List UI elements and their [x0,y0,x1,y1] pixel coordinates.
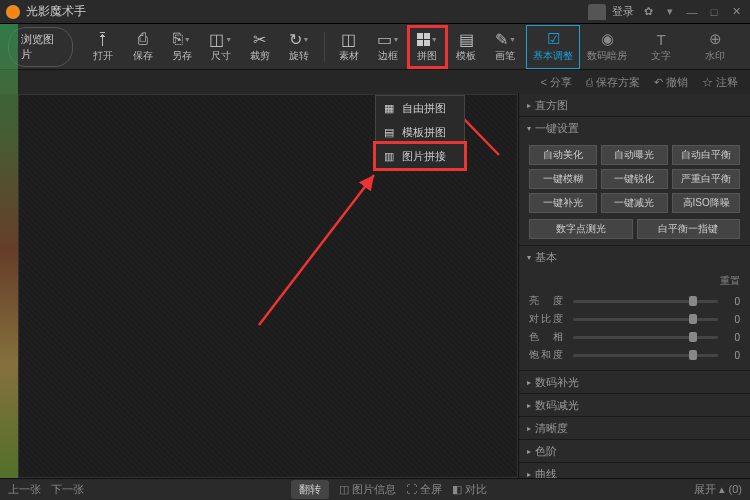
tool-crop[interactable]: ✂裁剪 [241,27,278,67]
contrast-slider[interactable] [573,318,718,321]
fullscreen-button[interactable]: ⛶ 全屏 [406,482,442,497]
tool-saveas[interactable]: ⎘▼另存 [163,27,200,67]
tool-brush[interactable]: ✎▼画笔 [487,27,524,67]
chevron-right-icon: ▸ [527,101,531,110]
chevron-right-icon: ▸ [527,447,531,456]
template-icon: ▤ [459,30,474,48]
section-basic[interactable]: ▾基本 [519,246,750,268]
save-scheme-button[interactable]: ⎙ 保存方案 [586,75,640,90]
section-reduce-light[interactable]: ▸数码减光 [519,394,750,416]
preset-wb-picker[interactable]: 白平衡一指键 [637,219,741,239]
preset-iso-nr[interactable]: 高ISO降噪 [672,193,740,213]
collage-icon: ▼ [417,30,438,48]
preset-grid: 自动美化 自动曝光 自动白平衡 一键模糊 一键锐化 严重白平衡 一键补光 一键减… [529,145,740,213]
hue-slider[interactable] [573,336,718,339]
svg-line-1 [259,175,374,325]
dropdown-free-collage[interactable]: ▦自由拼图 [376,96,464,120]
section-histogram[interactable]: ▸直方图 [519,94,750,116]
side-panel: ▸直方图 ▾一键设置 自动美化 自动曝光 自动白平衡 一键模糊 一键锐化 严重白… [518,94,750,478]
collage-dropdown: ▦自由拼图 ▤模板拼图 ▥图片拼接 [375,95,465,169]
minimize-icon[interactable]: — [684,4,700,20]
tab-darkroom[interactable]: ◉数码暗房 [580,25,634,69]
brightness-slider[interactable] [573,300,718,303]
dropdown-image-stitch[interactable]: ▥图片拼接 [376,144,464,168]
chevron-down-icon: ▾ [527,253,531,262]
free-collage-icon: ▦ [384,102,396,114]
login-link[interactable]: 登录 [612,4,634,19]
tab-watermark[interactable]: ⊕水印 [688,25,742,69]
preset-heavy-wb[interactable]: 严重白平衡 [672,169,740,189]
text-icon: T [656,31,665,48]
preset-blur[interactable]: 一键模糊 [529,169,597,189]
section-levels[interactable]: ▸色阶 [519,440,750,462]
tool-collage[interactable]: ▼拼图 [409,27,446,67]
tool-open[interactable]: ⭱打开 [85,27,122,67]
toolbar-separator [324,32,325,62]
skin-icon[interactable]: ✿ [640,4,656,20]
right-tabs: ☑基本调整 ◉数码暗房 T文字 ⊕水印 [526,25,742,69]
thumbnail-strip[interactable] [0,24,18,478]
prev-image-button[interactable]: 上一张 [8,482,41,497]
titlebar: 光影魔术手 登录 ✿ ▾ — □ ✕ [0,0,750,24]
section-fill-light[interactable]: ▸数码补光 [519,371,750,393]
tool-size[interactable]: ◫▼尺寸 [202,27,239,67]
preset-reduce-light[interactable]: 一键减光 [601,193,669,213]
stitch-icon: ▥ [384,150,396,162]
slider-hue: 色 相0 [529,328,740,346]
preset-auto-wb[interactable]: 自动白平衡 [672,145,740,165]
open-icon: ⭱ [95,30,111,48]
tool-save[interactable]: ⎙保存 [124,27,161,67]
main-toolbar: 浏览图片 ⭱打开 ⎙保存 ⎘▼另存 ◫▼尺寸 ✂裁剪 ↻▼旋转 ◫素材 ▭▼边框… [0,24,750,70]
camera-icon: ◉ [601,30,614,48]
saturation-slider[interactable] [573,354,718,357]
section-clarity[interactable]: ▸清晰度 [519,417,750,439]
statusbar: 上一张 下一张 翻转 ◫ 图片信息 ⛶ 全屏 ◧ 对比 展开 ▴ (0) [0,478,750,500]
template-collage-icon: ▤ [384,126,396,138]
tool-rotate[interactable]: ↻▼旋转 [280,27,317,67]
chevron-down-icon: ▾ [527,124,531,133]
adjust-icon: ☑ [547,30,560,48]
preset-sharpen[interactable]: 一键锐化 [601,169,669,189]
chevron-right-icon: ▸ [527,424,531,433]
undo-button[interactable]: ↶ 撤销 [654,75,688,90]
slider-brightness: 亮 度0 [529,292,740,310]
second-toolbar: < 分享 ⎙ 保存方案 ↶ 撤销 ☆ 注释 [0,70,750,94]
flip-button[interactable]: 翻转 [291,480,329,499]
border-icon: ▭▼ [377,30,400,48]
section-oneclick[interactable]: ▾一键设置 [519,117,750,139]
menu-icon[interactable]: ▾ [662,4,678,20]
save-icon: ⎙ [138,30,148,48]
section-curves[interactable]: ▸曲线 [519,463,750,478]
maximize-icon[interactable]: □ [706,4,722,20]
chevron-right-icon: ▸ [527,378,531,387]
tab-text[interactable]: T文字 [634,25,688,69]
preset-auto-beautify[interactable]: 自动美化 [529,145,597,165]
user-icon[interactable] [588,4,606,20]
size-icon: ◫▼ [209,30,232,48]
expand-button[interactable]: 展开 ▴ (0) [694,482,742,497]
preset-fill-light[interactable]: 一键补光 [529,193,597,213]
preset-spot-meter[interactable]: 数字点测光 [529,219,633,239]
crop-icon: ✂ [253,30,266,48]
comment-button[interactable]: ☆ 注释 [702,75,738,90]
image-info-button[interactable]: ◫ 图片信息 [339,482,396,497]
tool-material[interactable]: ◫素材 [330,27,367,67]
material-icon: ◫ [341,30,356,48]
app-logo-icon [6,5,20,19]
app-title: 光影魔术手 [26,3,588,20]
tool-border[interactable]: ▭▼边框 [370,27,407,67]
dropdown-template-collage[interactable]: ▤模板拼图 [376,120,464,144]
preset-auto-exposure[interactable]: 自动曝光 [601,145,669,165]
slider-contrast: 对比度0 [529,310,740,328]
brush-icon: ✎▼ [495,30,516,48]
tool-template[interactable]: ▤模板 [448,27,485,67]
compare-button[interactable]: ◧ 对比 [452,482,487,497]
close-icon[interactable]: ✕ [728,4,744,20]
tab-basic-adjust[interactable]: ☑基本调整 [526,25,580,69]
share-button[interactable]: < 分享 [541,75,572,90]
reset-button[interactable]: 重置 [529,274,740,288]
watermark-icon: ⊕ [709,30,722,48]
saveas-icon: ⎘▼ [173,30,191,48]
canvas[interactable]: ▦自由拼图 ▤模板拼图 ▥图片拼接 [18,94,518,478]
next-image-button[interactable]: 下一张 [51,482,84,497]
